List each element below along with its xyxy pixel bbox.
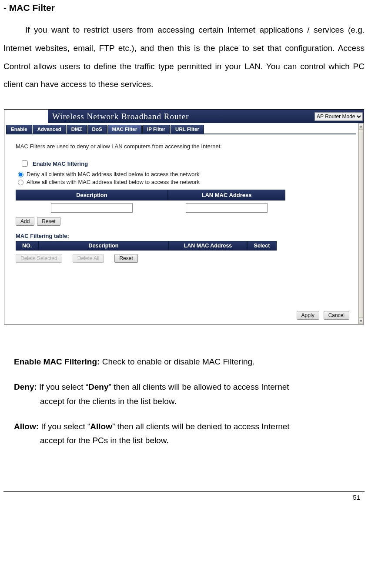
page-number: 51 — [353, 494, 360, 501]
radio-allow[interactable] — [18, 180, 23, 185]
reset-table-button[interactable]: Reset — [114, 254, 137, 263]
tab-advanced[interactable]: Advanced — [33, 125, 66, 134]
def-allow-text-2: ” then all clients will be denied to acc… — [112, 422, 290, 431]
fth-mac: LAN MAC Address — [169, 241, 247, 251]
cancel-button[interactable]: Cancel — [324, 311, 349, 320]
tab-dmz[interactable]: DMZ — [67, 125, 87, 134]
logo-placeholder — [4, 110, 48, 123]
delete-selected-button[interactable]: Delete Selected — [16, 254, 62, 263]
scroll-up-arrow-icon[interactable]: ▲ — [358, 123, 364, 129]
radio-deny-row: Deny all clients with MAC address listed… — [16, 170, 350, 177]
def-allow-label: Allow: — [14, 422, 39, 431]
def-allow-text-1: If you select “ — [39, 422, 90, 431]
entry-header-row: Description LAN MAC Address — [16, 190, 350, 200]
definitions-block: Enable MAC Filtering: Check to enable or… — [3, 355, 365, 448]
document-page: - MAC Filter If you want to restrict use… — [0, 0, 368, 505]
tab-dos[interactable]: DoS — [87, 125, 107, 134]
filtering-table-header: NO. Description LAN MAC Address Select — [16, 241, 350, 251]
page-footer: 51 — [3, 491, 365, 505]
radio-deny-label: Deny all clients with MAC address listed… — [27, 171, 199, 177]
radio-deny[interactable] — [18, 172, 23, 177]
tab-ip-filter[interactable]: IP Filter — [142, 125, 170, 134]
panel-description: MAC Filters are used to deny or allow LA… — [16, 143, 350, 150]
scroll-thumb[interactable] — [358, 129, 364, 318]
def-deny-text-2: ” then all clients will be allowed to ac… — [109, 382, 289, 391]
mode-select[interactable]: AP Router Mode — [314, 112, 363, 121]
def-enable-text: Check to enable or disable MAC Filtering… — [100, 357, 254, 366]
add-button[interactable]: Add — [16, 217, 34, 226]
router-header-bar: Wireless Network Broadband Router AP Rou… — [4, 110, 364, 124]
lower-button-row: Delete Selected Delete All Reset — [16, 254, 350, 263]
reset-button[interactable]: Reset — [37, 217, 60, 226]
def-enable-label: Enable MAC Filtering: — [14, 357, 100, 366]
tab-url-filter[interactable]: URL Filter — [171, 125, 204, 134]
router-title: Wireless Network Broadband Router — [48, 112, 314, 121]
apply-cancel-row: Apply Cancel — [297, 311, 349, 320]
def-deny-bold: Deny — [88, 382, 108, 391]
intro-paragraph: If you want to restrict users from acces… — [3, 21, 365, 94]
input-cell-description — [16, 200, 168, 215]
def-deny-label: Deny: — [14, 382, 37, 391]
def-deny: Deny: If you select “Deny” then all clie… — [14, 380, 354, 408]
def-deny-text-1: If you select “ — [37, 382, 88, 391]
tab-bar: Enable Advanced DMZ DoS MAC Filter IP Fi… — [4, 123, 358, 134]
tab-enable[interactable]: Enable — [6, 125, 32, 134]
th-mac: LAN MAC Address — [168, 190, 285, 200]
section-heading: - MAC Filter — [3, 3, 365, 13]
enable-mac-filtering-checkbox[interactable] — [22, 160, 28, 167]
router-screenshot: Wireless Network Broadband Router AP Rou… — [4, 109, 364, 324]
input-cell-mac — [168, 200, 285, 215]
def-allow: Allow: If you select “Allow” then all cl… — [14, 420, 354, 448]
def-enable: Enable MAC Filtering: Check to enable or… — [14, 355, 354, 369]
scroll-down-arrow-icon[interactable]: ▼ — [358, 318, 364, 324]
entry-input-row — [16, 200, 350, 215]
delete-all-button[interactable]: Delete All — [73, 254, 104, 263]
fth-no: NO. — [16, 241, 38, 251]
enable-row: Enable MAC filtering — [20, 159, 350, 168]
th-description: Description — [16, 190, 168, 200]
add-reset-row: Add Reset — [16, 217, 350, 226]
filtering-table-title: MAC Filtering table: — [16, 233, 350, 239]
def-allow-continuation: accept for the PCs in the list below. — [14, 434, 354, 448]
def-allow-bold: Allow — [90, 422, 112, 431]
fth-select: Select — [247, 241, 277, 251]
vertical-scrollbar[interactable]: ▲ ▼ — [358, 123, 364, 324]
description-input[interactable] — [51, 203, 133, 213]
tab-mac-filter[interactable]: MAC Filter — [107, 125, 142, 134]
apply-button[interactable]: Apply — [297, 311, 319, 320]
radio-allow-label: Allow all clients with MAC address liste… — [27, 179, 200, 185]
def-deny-continuation: accept for the clients in the list below… — [14, 394, 354, 408]
fth-description: Description — [38, 241, 169, 251]
mac-address-input[interactable] — [186, 203, 268, 213]
router-body: Enable Advanced DMZ DoS MAC Filter IP Fi… — [4, 123, 358, 324]
enable-mac-filtering-label: Enable MAC filtering — [33, 160, 88, 167]
settings-panel: MAC Filters are used to deny or allow LA… — [4, 134, 358, 265]
radio-allow-row: Allow all clients with MAC address liste… — [16, 178, 350, 185]
